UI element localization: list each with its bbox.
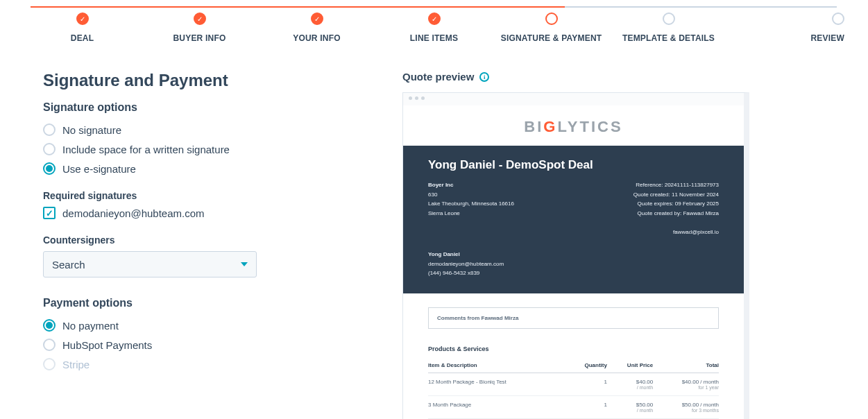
quote-meta-block: Reference: 20241111-113827973 Quote crea… [633,180,719,237]
step-label: BUYER INFO [173,33,225,43]
products-heading: Products & Services [428,345,719,352]
radio-label: Stripe [62,359,90,370]
col-qty: Quantity [567,359,607,373]
step-label: DEAL [71,33,94,43]
chevron-down-icon [241,262,248,266]
company-logo: BIGLYTICS [403,105,744,146]
required-signer-checkbox[interactable]: ✓ demodanieyon@hubteam.com [43,207,389,219]
signature-options-heading: Signature options [43,101,389,114]
step-review[interactable]: REVIEW [727,12,844,43]
radio-label: Include space for a written signature [62,144,230,155]
radio-label: No payment [62,320,119,332]
page-title: Signature and Payment [43,71,389,90]
contact-block: Yong Daniel demodanieyon@hubteam.com (14… [428,250,719,278]
step-label: TEMPLATE & DETAILS [622,33,715,43]
check-icon: ✓ [76,12,89,25]
radio-label: Use e-signature [62,163,136,175]
quote-preview-frame: BIGLYTICS Yong Daniel - DemoSpot Deal Bo… [402,92,749,419]
current-step-icon [545,12,558,25]
countersigners-select[interactable]: Search [43,251,257,277]
table-row: 3 Month Package 1 $50.00 / month $50.00 … [428,395,719,418]
products-table: Item & Description Quantity Unit Price T… [428,359,719,419]
table-row: 12 Month Package - Bioniq Test 1 $40.00 … [428,373,719,395]
col-total: Total [653,359,719,373]
step-template-details[interactable]: TEMPLATE & DETAILS [610,12,727,43]
radio-icon [43,358,56,370]
col-item: Item & Description [428,359,567,373]
step-label: REVIEW [810,33,844,43]
check-icon: ✓ [194,12,206,25]
select-placeholder: Search [52,259,85,271]
comments-box: Comments from Fawwad Mirza [428,307,719,329]
window-dots-icon [403,93,744,103]
required-signer-email: demodanieyon@hubteam.com [62,207,205,219]
radio-icon [43,143,56,155]
step-deal[interactable]: ✓ DEAL [24,12,141,43]
quote-preview-heading: Quote preview [402,71,474,83]
future-step-icon [832,12,844,25]
radio-icon [43,123,56,136]
radio-stripe: Stripe [43,358,389,370]
checkbox-checked-icon: ✓ [43,207,56,219]
radio-icon [43,319,56,332]
step-line-items[interactable]: ✓ LINE ITEMS [375,12,493,43]
check-icon: ✓ [311,12,323,25]
step-label: YOUR INFO [293,33,340,43]
radio-icon [43,162,56,175]
future-step-icon [663,12,675,25]
step-signature-payment[interactable]: SIGNATURE & PAYMENT [493,12,610,43]
radio-esignature[interactable]: Use e-signature [43,162,389,175]
radio-hubspot-payments[interactable]: HubSpot Payments [43,339,389,351]
radio-label: No signature [62,124,121,136]
radio-written-signature[interactable]: Include space for a written signature [43,143,389,155]
deal-title: Yong Daniel - DemoSpot Deal [428,158,719,172]
payment-options-heading: Payment options [43,297,389,309]
step-label: SIGNATURE & PAYMENT [501,33,602,43]
check-icon: ✓ [428,12,441,25]
countersigners-heading: Countersigners [43,234,389,246]
radio-label: HubSpot Payments [62,339,152,351]
radio-no-payment[interactable]: No payment [43,319,389,332]
buyer-block: Boyer Inc 630 Lake Theoburgh, Minnesota … [428,180,514,237]
required-signatures-heading: Required signatures [43,190,389,201]
radio-icon [43,339,56,351]
step-label: LINE ITEMS [410,33,458,43]
step-your-info[interactable]: ✓ YOUR INFO [258,12,375,43]
info-icon[interactable]: i [479,72,489,82]
radio-no-signature[interactable]: No signature [43,123,389,136]
wizard-stepper: ✓ DEAL ✓ BUYER INFO ✓ YOUR INFO ✓ LINE I… [0,0,868,43]
col-unit: Unit Price [607,359,653,373]
step-buyer-info[interactable]: ✓ BUYER INFO [141,12,258,43]
